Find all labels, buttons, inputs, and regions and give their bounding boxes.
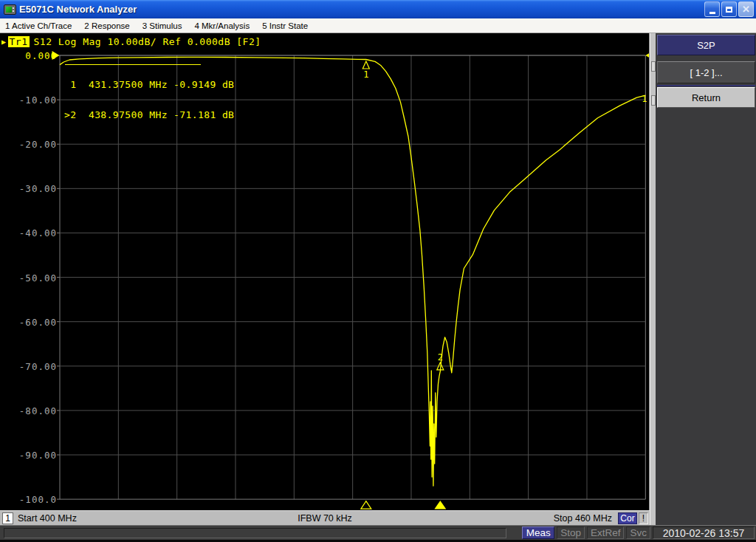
y-axis-label: -80.00 [0, 405, 57, 416]
y-axis-label: -90.00 [0, 450, 57, 461]
measurement-state-badge: Meas [522, 526, 554, 539]
y-axis-label: -20.00 [0, 139, 57, 150]
marker-1-label: 1 [363, 69, 368, 80]
app-icon [4, 4, 16, 15]
y-axis-label: 0.000 [0, 50, 57, 61]
marker-stimulus-triangle [361, 501, 371, 510]
menu-item-5[interactable]: 5 Instr State [261, 20, 314, 32]
close-icon: ✕ [742, 4, 750, 14]
stimulus-status-bar: 1 Start 400 MHz IFBW 70 kHz Stop 460 MHz… [0, 510, 650, 525]
marker-1-readout: 1 431.37500 MHz -0.9149 dB [64, 80, 234, 90]
softkey-return-button[interactable]: Return [657, 87, 755, 108]
y-axis-label: -40.00 [0, 227, 57, 239]
ifbw-label: IFBW 70 kHz [0, 513, 650, 524]
restore-icon [726, 7, 732, 13]
softkey-menu-title: S2P [657, 35, 755, 55]
marker-2-label: 2 [438, 352, 443, 363]
service-indicator: Svc [626, 526, 650, 539]
y-axis-label: -50.00 [0, 272, 57, 284]
main-area: 112 ▶ Tr1 S12 Log Mag 10.00dB/ Ref 0.000… [0, 33, 756, 525]
sweep-stop-indicator: Stop [557, 526, 585, 539]
active-trace-arrow-icon: ▶ [1, 38, 7, 46]
minimize-button[interactable] [704, 1, 720, 17]
minimize-icon [709, 12, 715, 14]
menu-item-2[interactable]: 2 Response [83, 20, 135, 32]
y-axis-label: -30.00 [0, 183, 57, 194]
marker-2-readout: >2 438.97500 MHz -71.181 dB [64, 110, 234, 120]
scrollbar-notch [651, 95, 656, 106]
restore-button[interactable] [721, 1, 737, 17]
app-window: E5071C Network Analyzer ✕ 1 Active Ch/Tr… [0, 0, 756, 542]
external-reference-indicator: ExtRef [587, 526, 625, 539]
window-title: E5071C Network Analyzer [19, 4, 703, 15]
softkey-ports-button[interactable]: [ 1-2 ]... [657, 61, 755, 83]
marker-readout: 1 431.37500 MHz -0.9149 dB >2 438.97500 … [64, 60, 234, 140]
instrument-display-column: 112 ▶ Tr1 S12 Log Mag 10.00dB/ Ref 0.000… [0, 33, 650, 525]
instrument-led-glyph [13, 7, 14, 9]
softkey-sidebar: S2P [ 1-2 ]... Return [650, 33, 756, 525]
softkey-menu: S2P [ 1-2 ]... Return [656, 33, 756, 525]
menu-item-4[interactable]: 4 Mkr/Analysis [193, 20, 255, 32]
close-button[interactable]: ✕ [738, 1, 754, 17]
softkey-separator [657, 85, 755, 86]
y-axis-label: -100.0 [0, 494, 57, 505]
instrument-screen: 112 ▶ Tr1 S12 Log Mag 10.00dB/ Ref 0.000… [0, 33, 650, 510]
menu-item-3[interactable]: 3 Stimulus [141, 20, 188, 32]
y-axis-label: -60.00 [0, 317, 57, 328]
scrollbar-notch [651, 61, 656, 72]
instrument-status-bar: Meas Stop ExtRef Svc 2010-02-26 13:57 [0, 525, 756, 542]
trace-format-text: S12 Log Mag 10.00dB/ Ref 0.000dB [F2] [34, 36, 261, 47]
title-bar: E5071C Network Analyzer ✕ [0, 0, 756, 18]
datetime-display: 2010-02-26 13:57 [653, 526, 755, 539]
y-axis-label: -10.00 [0, 95, 57, 106]
trace-badge[interactable]: Tr1 [8, 36, 30, 47]
marker-1-symbol [362, 61, 369, 69]
menu-bar: 1 Active Ch/Trace2 Response3 Stimulus4 M… [0, 18, 756, 33]
instrument-screen-glyph [6, 7, 12, 13]
trace-status-line: ▶ Tr1 S12 Log Mag 10.00dB/ Ref 0.000dB [… [1, 35, 261, 47]
active-marker-stimulus-triangle [434, 501, 446, 510]
menu-item-1[interactable]: 1 Active Ch/Trace [4, 20, 78, 32]
trace-end-number: 1 [642, 94, 647, 104]
softkey-scrollbar[interactable] [650, 33, 656, 525]
y-axis-label: -70.00 [0, 361, 57, 372]
status-message-well [4, 528, 506, 538]
